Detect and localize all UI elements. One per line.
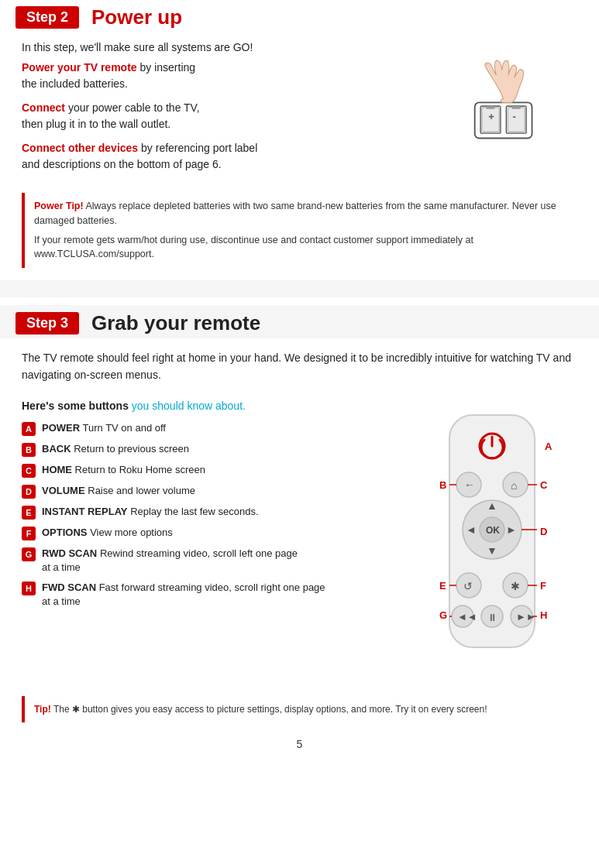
remote-section: Here's some buttons you should know abou… [0,400,599,696]
buttons-intro-rest: you should know about. [129,400,246,412]
svg-text:►: ► [506,523,517,536]
button-key-desc: Raise and lower volume [85,485,195,496]
button-item-c: CHOME Return to Roku Home screen [22,463,399,478]
remote-tip-text: The ✱ button gives you easy access to pi… [51,704,487,715]
button-desc-c: HOME Return to Roku Home screen [42,463,205,477]
buttons-intro: Here's some buttons you should know abou… [22,400,399,412]
page-number: 5 [0,730,599,758]
buttons-list: Here's some buttons you should know abou… [22,400,407,688]
svg-text:E: E [439,580,446,592]
svg-text:◄: ◄ [466,523,477,536]
step3-label: Step 3 [15,312,79,335]
instruction-power-remote: Power your TV remote by insertingthe inc… [22,60,415,92]
button-badge-h: H [22,582,36,595]
svg-text:←: ← [464,479,475,491]
svg-text:⏸: ⏸ [487,612,497,623]
button-key-name: HOME [42,464,72,475]
section-divider [0,280,599,297]
svg-text:B: B [439,479,446,491]
remote-graphic: ← ⌂ OK ▲ ▼ ◄ ► ↺ ✱ ◄◄ [407,400,577,688]
svg-text:H: H [540,609,547,621]
svg-text:G: G [439,609,447,621]
button-key-desc: View more options [88,527,173,538]
button-item-g: GRWD SCAN Rewind streaming video, scroll… [22,547,399,575]
svg-text:↺: ↺ [463,580,473,592]
step2-header: Step 2 Power up [0,0,599,32]
button-key-desc: Turn TV on and off [80,422,166,434]
buttons-intro-bold: Here's some buttons [22,400,129,412]
instruction-connect-bold: Connect [22,101,65,114]
hand-svg: + - [426,60,573,153]
button-key-name: POWER [42,422,80,434]
step3-title: Grab your remote [91,311,260,335]
svg-text:✱: ✱ [511,580,520,592]
button-desc-d: VOLUME Raise and lower volume [42,484,195,498]
instruction-connect: Connect your power cable to the TV,then … [22,100,415,132]
button-key-name: INSTANT REPLAY [42,506,128,517]
button-item-e: EINSTANT REPLAY Replay the last few seco… [22,505,399,520]
svg-text:+: + [488,111,494,122]
button-desc-f: OPTIONS View more options [42,526,173,540]
button-desc-h: FWD SCAN Fast forward streaming video, s… [42,581,325,609]
button-desc-a: POWER Turn TV on and off [42,421,166,435]
svg-text:⌂: ⌂ [511,479,517,492]
step2-tip-label: Power Tip! [34,201,84,211]
svg-text:F: F [540,580,546,592]
svg-text:A: A [545,441,553,452]
button-desc-e: INSTANT REPLAY Replay the last few secon… [42,505,259,519]
button-key-desc: Return to Roku Home screen [72,464,205,475]
step2-label: Step 2 [15,6,79,29]
step2-intro: In this step, we'll make sure all system… [0,32,599,60]
button-key-name: BACK [42,443,71,455]
button-items: APOWER Turn TV on and offBBACK Return to… [22,421,399,609]
step2-content: Power your TV remote by insertingthe inc… [0,60,599,180]
step2-instructions: Power your TV remote by insertingthe inc… [22,60,422,180]
instruction-connect-other: Connect other devices by referencing por… [22,140,415,173]
svg-rect-6 [512,106,521,109]
step2-title: Power up [91,6,182,29]
svg-text:C: C [540,479,548,491]
remote-tip-box: Tip! The ✱ button gives you easy access … [22,696,577,722]
button-key-name: FWD SCAN [42,582,96,593]
button-key-desc: Return to previous screen [71,443,189,455]
step2-tip-box: Power Tip! Always replace depleted batte… [22,193,577,268]
svg-text:▼: ▼ [487,544,497,557]
button-badge-d: D [22,485,36,499]
svg-rect-4 [486,106,494,109]
svg-text:-: - [513,111,516,122]
instruction-connect-other-bold: Connect other devices [22,142,138,154]
step3-intro: The TV remote should feel right at home … [0,338,599,392]
button-key-desc: Replay the last few seconds. [128,506,259,517]
battery-illustration: + - [422,60,577,180]
button-badge-e: E [22,506,36,520]
svg-text:D: D [540,526,547,537]
button-badge-g: G [22,547,36,561]
svg-text:▲: ▲ [487,499,497,512]
button-item-d: DVOLUME Raise and lower volume [22,484,399,499]
remote-svg: ← ⌂ OK ▲ ▼ ◄ ► ↺ ✱ ◄◄ [407,400,577,686]
button-desc-g: RWD SCAN Rewind streaming video, scroll … [42,547,298,575]
button-item-a: APOWER Turn TV on and off [22,421,399,436]
step2-tip-text1: Power Tip! Always replace depleted batte… [34,199,568,228]
button-item-h: HFWD SCAN Fast forward streaming video, … [22,581,399,609]
button-key-name: OPTIONS [42,527,88,538]
button-item-b: BBACK Return to previous screen [22,442,399,457]
svg-text:◄◄: ◄◄ [457,611,477,623]
svg-text:OK: OK [486,525,500,536]
remote-tip-label: Tip! [34,704,51,715]
step3-header: Step 3 Grab your remote [0,305,599,338]
button-badge-a: A [22,422,36,436]
button-badge-c: C [22,464,36,478]
button-item-f: FOPTIONS View more options [22,526,399,540]
button-badge-f: F [22,527,36,540]
instruction-power-remote-bold: Power your TV remote [22,61,137,74]
button-badge-b: B [22,443,36,457]
button-key-name: VOLUME [42,485,85,496]
svg-rect-5 [508,108,525,132]
step2-tip-text2: If your remote gets warm/hot during use,… [34,233,568,262]
button-key-name: RWD SCAN [42,547,97,559]
button-desc-b: BACK Return to previous screen [42,442,189,456]
